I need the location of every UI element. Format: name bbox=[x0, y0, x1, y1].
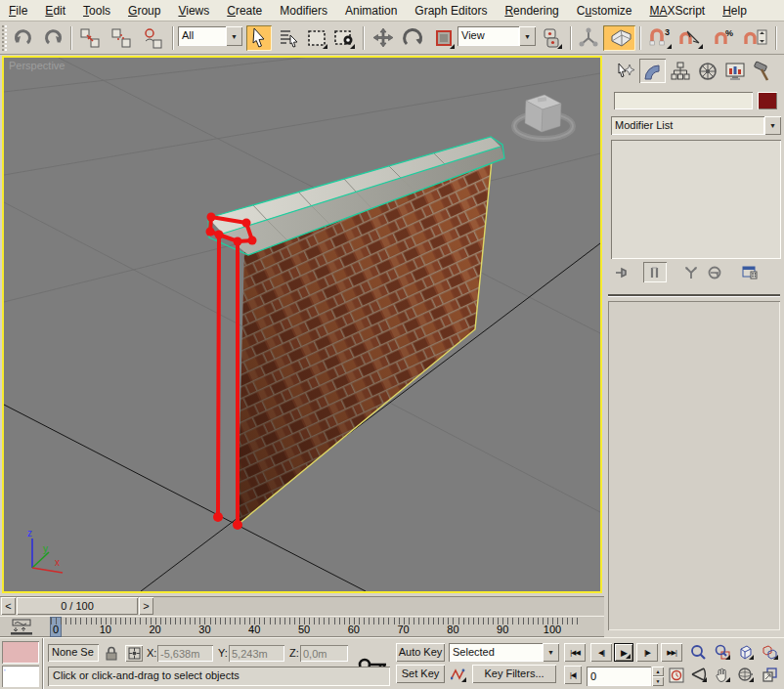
svg-text:x: x bbox=[55, 557, 60, 568]
x-coordinate-field[interactable] bbox=[157, 645, 213, 662]
svg-text:3: 3 bbox=[665, 27, 670, 37]
remove-modifier-button[interactable] bbox=[703, 262, 726, 282]
maxscript-listener-macro[interactable] bbox=[2, 641, 39, 664]
arc-rotate-button[interactable] bbox=[735, 666, 756, 684]
set-key-button[interactable]: Set Key bbox=[396, 665, 445, 683]
dropdown-arrow-icon[interactable]: ▼ bbox=[226, 26, 242, 46]
perspective-viewport[interactable]: z y x Perspective bbox=[2, 56, 602, 593]
select-and-move-button[interactable] bbox=[370, 25, 396, 51]
spinner-snap-toggle-button[interactable] bbox=[740, 25, 771, 51]
menu-item-group[interactable]: Group bbox=[119, 2, 169, 20]
rectangular-selection-region-button[interactable] bbox=[304, 25, 329, 51]
frame-spinner-up[interactable]: ▲ bbox=[652, 667, 664, 676]
absolute-offset-mode-icon[interactable] bbox=[125, 645, 143, 662]
viewport-scene: z y x bbox=[4, 58, 600, 591]
track-bar[interactable]: 0102030405060708090100 bbox=[0, 616, 604, 637]
selection-lock-icon[interactable] bbox=[103, 645, 120, 662]
min-max-toggle-button[interactable] bbox=[760, 666, 780, 684]
menu-item-help[interactable]: Help bbox=[714, 2, 756, 20]
snaps-toggle-button[interactable]: 3 bbox=[644, 25, 674, 51]
select-and-manipulate-button[interactable] bbox=[576, 25, 601, 51]
next-frame-arrow[interactable]: > bbox=[139, 597, 153, 615]
auto-key-button[interactable]: Auto Key bbox=[396, 643, 445, 662]
angle-snap-toggle-button[interactable] bbox=[675, 25, 705, 51]
tab-motion[interactable] bbox=[694, 59, 720, 83]
unlink-selection-button[interactable] bbox=[109, 25, 134, 51]
select-and-link-button[interactable] bbox=[77, 25, 103, 51]
menu-item-maxscript[interactable]: MAXScript bbox=[641, 2, 715, 20]
pan-view-button[interactable] bbox=[712, 666, 732, 684]
keyboard-shortcut-override-button[interactable] bbox=[603, 25, 635, 51]
viewport-label[interactable]: Perspective bbox=[9, 60, 65, 71]
select-object-button[interactable] bbox=[246, 25, 272, 51]
select-and-scale-button[interactable] bbox=[431, 25, 457, 51]
zoom-button[interactable] bbox=[688, 643, 709, 662]
selection-filter-combo[interactable]: All ▼ bbox=[178, 26, 242, 46]
box-object[interactable] bbox=[514, 95, 573, 139]
command-panel: Modifier List ▼ bbox=[604, 55, 784, 636]
default-tangent-button[interactable] bbox=[449, 665, 468, 684]
zoom-all-button[interactable] bbox=[712, 643, 732, 662]
menu-item-animation[interactable]: Animation bbox=[336, 2, 406, 20]
dropdown-arrow-icon[interactable]: ▼ bbox=[519, 26, 536, 46]
menu-item-edit[interactable]: Edit bbox=[36, 2, 74, 20]
menu-item-views[interactable]: Views bbox=[169, 2, 218, 20]
dropdown-arrow-icon[interactable]: ▼ bbox=[764, 116, 781, 135]
menu-item-rendering[interactable]: Rendering bbox=[496, 2, 567, 20]
field-of-view-button[interactable] bbox=[688, 666, 709, 684]
redo-button[interactable] bbox=[39, 25, 65, 51]
mini-curve-editor-button[interactable] bbox=[2, 618, 41, 636]
y-coordinate-field[interactable] bbox=[229, 645, 284, 662]
previous-frame-arrow[interactable]: < bbox=[1, 597, 16, 615]
modifier-list-dropdown[interactable]: Modifier List ▼ bbox=[611, 116, 781, 135]
menu-item-customize[interactable]: Customize bbox=[568, 2, 641, 20]
menu-item-modifiers[interactable]: Modifiers bbox=[271, 2, 336, 20]
current-frame-field[interactable] bbox=[587, 667, 651, 686]
menu-item-create[interactable]: Create bbox=[218, 2, 271, 20]
key-filters-button[interactable]: Key Filters... bbox=[472, 665, 556, 683]
time-slider-track[interactable]: < 0 / 100 > bbox=[0, 596, 604, 616]
menu-item-graph-editors[interactable]: Graph Editors bbox=[406, 2, 496, 20]
object-color-swatch[interactable] bbox=[758, 92, 777, 109]
use-pivot-point-center-button[interactable] bbox=[539, 25, 564, 51]
tab-hierarchy[interactable] bbox=[667, 59, 693, 83]
maxscript-listener-input[interactable]: ' bbox=[2, 666, 39, 687]
time-slider-button[interactable]: 0 / 100 bbox=[17, 597, 138, 615]
tab-modify[interactable] bbox=[639, 59, 666, 83]
previous-frame-button[interactable]: ◀|| bbox=[590, 643, 612, 662]
toolbar-separator bbox=[775, 26, 777, 50]
frame-spinner-down[interactable]: ▼ bbox=[652, 676, 664, 686]
modifier-stack-list[interactable] bbox=[611, 140, 781, 259]
menu-item-file[interactable]: File bbox=[0, 2, 36, 20]
percent-snap-toggle-button[interactable]: % bbox=[711, 25, 740, 51]
key-mode-combo[interactable]: Selected ▼ bbox=[449, 643, 559, 662]
select-and-rotate-button[interactable] bbox=[400, 25, 425, 51]
play-button[interactable]: ▶ bbox=[614, 643, 633, 662]
toolbar-grip[interactable] bbox=[2, 25, 7, 51]
reference-coordsys-combo[interactable]: View ▼ bbox=[457, 26, 536, 46]
go-to-end-button[interactable]: ▶▶| bbox=[661, 643, 682, 662]
window-crossing-toggle-button[interactable] bbox=[331, 25, 357, 51]
timeline-ruler[interactable]: 0102030405060708090100 bbox=[43, 617, 604, 637]
key-mode-toggle-button[interactable]: |◀| bbox=[564, 666, 582, 684]
make-unique-button[interactable] bbox=[679, 262, 703, 282]
go-to-start-button[interactable]: |◀◀ bbox=[564, 643, 586, 662]
tab-display[interactable] bbox=[721, 59, 748, 83]
tab-utilities[interactable] bbox=[749, 59, 775, 83]
object-name-field[interactable] bbox=[614, 92, 753, 109]
next-frame-button[interactable]: ||▶ bbox=[636, 643, 658, 662]
show-end-result-button[interactable] bbox=[643, 262, 667, 282]
tab-create[interactable] bbox=[612, 59, 638, 83]
zoom-extents-button[interactable] bbox=[735, 643, 756, 662]
pin-stack-button[interactable] bbox=[610, 262, 633, 282]
zoom-extents-all-button[interactable] bbox=[760, 643, 780, 662]
configure-modifier-sets-button[interactable] bbox=[738, 262, 762, 282]
dropdown-arrow-icon[interactable]: ▼ bbox=[543, 643, 559, 662]
undo-button[interactable] bbox=[12, 25, 37, 51]
menu-item-tools[interactable]: Tools bbox=[74, 2, 119, 20]
y-label: Y: bbox=[218, 647, 228, 659]
select-by-name-button[interactable] bbox=[277, 25, 302, 51]
bind-to-space-warp-button[interactable] bbox=[140, 25, 165, 51]
time-configuration-button[interactable] bbox=[667, 666, 685, 685]
z-coordinate-field[interactable] bbox=[300, 645, 348, 662]
